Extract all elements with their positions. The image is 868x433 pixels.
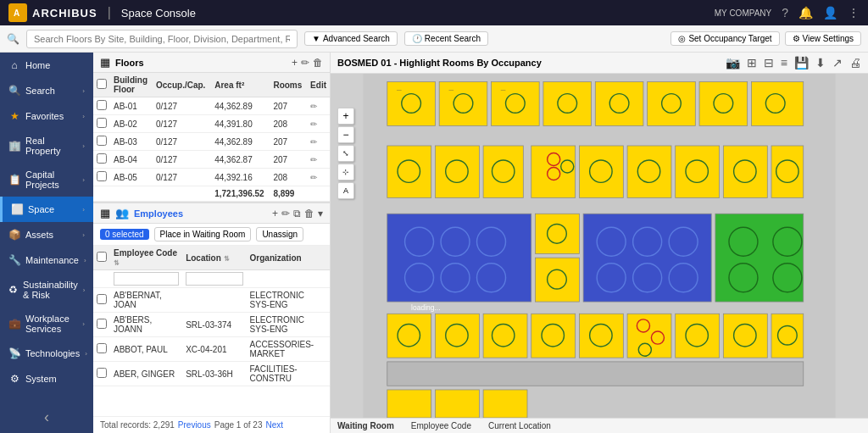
sidebar-item-favorites[interactable]: ★ Favorites › (0, 103, 93, 129)
floors-table-container: BuildingFloor Occup./Cap. Area ft² Rooms… (93, 73, 330, 202)
emp-filter-location (182, 270, 246, 288)
floors-total-area: 1,721,396.52 (211, 186, 270, 202)
emp-location: SRL-03-374 (182, 313, 246, 337)
floors-total-rooms: 8,899 (270, 186, 307, 202)
floor-row-edit[interactable]: ✏ (307, 115, 330, 133)
floor-checkbox[interactable] (97, 171, 107, 181)
floors-table: BuildingFloor Occup./Cap. Area ft² Rooms… (93, 73, 330, 202)
floors-select-all[interactable] (97, 79, 107, 89)
floors-total-edit (307, 186, 330, 202)
floor-row-area: 44,362.87 (211, 151, 270, 169)
floor-checkbox[interactable] (97, 136, 107, 146)
employees-section-header: ▦ 👥 Employees + ✏ ⧉ 🗑 ▾ (93, 202, 330, 224)
view-settings-button[interactable]: ⚙ View Settings (785, 31, 861, 46)
columns-icon[interactable]: ⊟ (764, 56, 774, 69)
select-button[interactable]: ⊹ (337, 164, 354, 180)
floor-row-edit[interactable]: ✏ (307, 97, 330, 115)
sidebar-item-capital-projects[interactable]: 📋 Capital Projects › (0, 163, 93, 197)
floor-checkbox[interactable] (97, 118, 107, 128)
search-input[interactable] (26, 30, 298, 48)
sidebar-item-home[interactable]: ⌂ Home (0, 53, 93, 78)
sidebar-item-real-property[interactable]: 🏢 Real Property › (0, 129, 93, 163)
edit-floor-icon[interactable]: ✏ (301, 57, 309, 69)
floor-row-area: 44,362.89 (211, 133, 270, 151)
floor-row-edit[interactable]: ✏ (307, 169, 330, 186)
emp-checkbox[interactable] (97, 368, 107, 378)
assets-icon: 📦 (8, 229, 20, 241)
help-icon[interactable]: ? (782, 6, 788, 19)
print-icon[interactable]: 🖨 (849, 56, 861, 69)
floor-row-check (93, 169, 110, 186)
employees-actions: + ✏ ⧉ 🗑 ▾ (272, 208, 323, 219)
bell-icon[interactable]: 🔔 (798, 6, 813, 19)
floor-row-check (93, 151, 110, 169)
filter-emp-icon[interactable]: ▾ (318, 208, 323, 219)
map-controls: + − ⤡ ⊹ A (337, 108, 354, 199)
sidebar-item-assets[interactable]: 📦 Assets › (0, 222, 93, 247)
sidebar-item-system[interactable]: ⚙ System (0, 366, 93, 391)
zoom-in-button[interactable]: + (337, 108, 354, 125)
svg-rect-12 (595, 81, 643, 125)
chevron-right-icon-4: › (82, 176, 85, 184)
zoom-out-button[interactable]: − (337, 126, 354, 143)
emp-checkbox[interactable] (97, 343, 107, 353)
floor-row-edit[interactable]: ✏ (307, 151, 330, 169)
list-item: AB'BERNAT, JOAN ELECTRONIC SYS-ENG (93, 288, 330, 313)
menu-icon[interactable]: ⋮ (848, 6, 860, 19)
sidebar-item-space[interactable]: ⬜ Space › (0, 197, 93, 222)
emp-select-all[interactable] (97, 252, 107, 262)
sidebar-collapse-button[interactable]: ‹ (0, 402, 93, 433)
floor-checkbox[interactable] (97, 153, 107, 164)
fit-button[interactable]: ⤡ (337, 145, 354, 162)
prev-link[interactable]: Previous (178, 420, 211, 430)
copy-emp-icon[interactable]: ⧉ (293, 208, 301, 219)
map-container[interactable]: + − ⤡ ⊹ A (331, 74, 868, 418)
filter-loc-input[interactable] (186, 272, 242, 286)
pagination: Total records: 2,291 Previous Page 1 of … (93, 416, 330, 433)
sort-icon-code[interactable]: ⇅ (114, 259, 120, 267)
set-occupancy-button[interactable]: ◎ Set Occupancy Target (670, 31, 779, 46)
floor-row-name: AB-04 (110, 151, 153, 169)
employees-title[interactable]: Employees (134, 208, 183, 219)
place-waiting-room-button[interactable]: Place in Waiting Room (154, 227, 252, 241)
floor-checkbox[interactable] (97, 100, 107, 110)
edit-emp-icon[interactable]: ✏ (281, 208, 290, 219)
grid-icon[interactable]: ⊞ (747, 56, 757, 69)
sidebar-item-workplace[interactable]: 💼 Workplace Services › (0, 307, 93, 341)
svg-rect-32 (627, 146, 671, 197)
advanced-search-button[interactable]: ▼ Advanced Search (304, 31, 398, 46)
floor-plan-svg: loading... (331, 74, 868, 418)
save-icon[interactable]: 💾 (794, 56, 809, 69)
user-icon[interactable]: 👤 (823, 6, 837, 19)
camera-icon[interactable]: 📷 (726, 56, 740, 69)
emp-checkbox[interactable] (97, 319, 107, 329)
recent-search-button[interactable]: 🕐 Recent Search (404, 31, 488, 46)
filter-code-input[interactable] (114, 272, 179, 286)
unassign-button[interactable]: Unassign (256, 227, 303, 241)
emp-checkbox[interactable] (97, 294, 107, 304)
sidebar-item-sustainability[interactable]: ♻ Sustainability & Risk › (0, 273, 93, 307)
waiting-room-label: Waiting Room (337, 421, 394, 430)
svg-rect-73 (579, 314, 623, 358)
add-emp-icon[interactable]: + (272, 208, 278, 219)
list-icon[interactable]: ≡ (781, 56, 787, 69)
delete-emp-icon[interactable]: 🗑 (304, 208, 314, 219)
emp-col-location: Location ⇅ (182, 246, 246, 270)
sidebar-item-maintenance[interactable]: 🔧 Maintenance › (0, 247, 93, 273)
sort-icon-loc[interactable]: ⇅ (224, 255, 230, 263)
table-row: AB-04 0/127 44,362.87 207 ✏ (93, 151, 330, 169)
clock-icon: 🕐 (412, 34, 422, 43)
floor-row-edit[interactable]: ✏ (307, 133, 330, 151)
clipboard-icon: 📋 (8, 174, 20, 186)
download-icon[interactable]: ⬇ (815, 56, 826, 69)
delete-floor-icon[interactable]: 🗑 (313, 57, 323, 69)
app-title: Space Console (121, 7, 196, 19)
share-icon[interactable]: ↗ (832, 56, 843, 69)
add-floor-icon[interactable]: + (292, 57, 298, 69)
floor-row-rooms: 207 (270, 133, 307, 151)
sidebar-item-search[interactable]: 🔍 Search › (0, 78, 93, 103)
sidebar-item-technologies[interactable]: 📡 Technologies › (0, 341, 93, 366)
next-link[interactable]: Next (265, 420, 283, 430)
emp-code: AB'BERNAT, JOAN (110, 288, 182, 313)
pan-button[interactable]: A (337, 182, 354, 199)
